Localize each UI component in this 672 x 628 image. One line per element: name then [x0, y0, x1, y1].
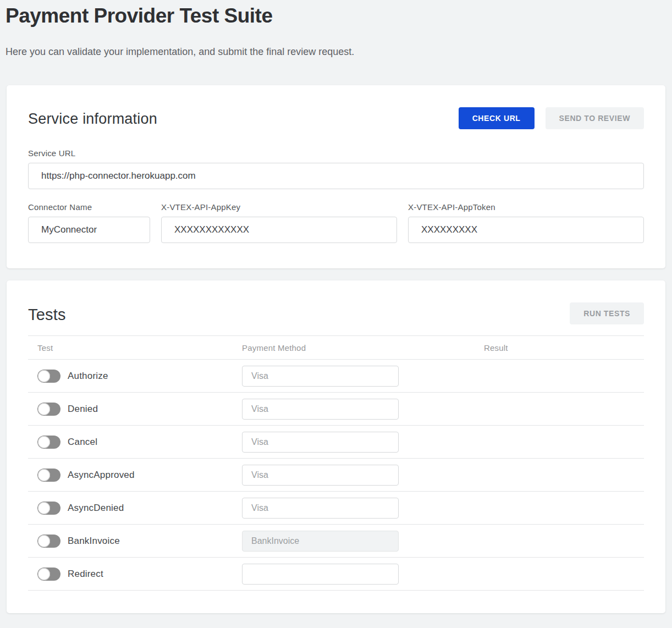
test-name-label: Denied — [68, 404, 98, 415]
test-cell: BankInvoice — [37, 535, 242, 548]
table-row: AsyncApproved — [28, 459, 644, 492]
app-key-input[interactable] — [161, 217, 397, 243]
service-buttons: CHECK URL SEND TO REVIEW — [459, 107, 644, 129]
test-name-label: Redirect — [68, 569, 103, 580]
tests-card: Tests RUN TESTS Test Payment Method Resu… — [7, 280, 665, 613]
payment-method-cell — [242, 432, 484, 453]
payment-method-cell — [242, 399, 484, 420]
payment-method-cell — [242, 564, 484, 585]
tests-table-header: Test Payment Method Result — [28, 335, 644, 360]
payment-method-cell — [242, 531, 484, 552]
service-information-heading: Service information — [28, 107, 157, 128]
page-subtitle: Here you can validate your implementatio… — [5, 46, 665, 58]
tests-table-body: Authorize Denied Cancel AsyncApproved — [28, 360, 644, 591]
credentials-row: Connector Name X-VTEX-API-AppKey X-VTEX-… — [28, 202, 644, 243]
payment-method-input[interactable] — [242, 531, 399, 552]
test-toggle[interactable] — [37, 469, 60, 482]
table-row: AsyncDenied — [28, 492, 644, 525]
connector-name-label: Connector Name — [28, 202, 150, 212]
app-key-field: X-VTEX-API-AppKey — [161, 202, 397, 243]
check-url-button[interactable]: CHECK URL — [459, 107, 535, 129]
service-url-label: Service URL — [28, 148, 644, 158]
app-token-label: X-VTEX-API-AppToken — [408, 202, 644, 212]
toggle-knob-icon — [38, 502, 50, 514]
test-toggle[interactable] — [37, 568, 60, 581]
column-header-result: Result — [484, 343, 644, 352]
table-row: Cancel — [28, 426, 644, 459]
test-cell: Cancel — [37, 436, 242, 449]
toggle-knob-icon — [38, 568, 50, 580]
payment-method-input[interactable] — [242, 432, 399, 453]
connector-name-field: Connector Name — [28, 202, 150, 243]
payment-method-input[interactable] — [242, 399, 399, 420]
service-information-card: Service information CHECK URL SEND TO RE… — [7, 85, 665, 268]
test-toggle[interactable] — [37, 403, 60, 416]
app-token-input[interactable] — [408, 217, 644, 243]
test-name-label: AsyncDenied — [68, 503, 124, 514]
app-key-label: X-VTEX-API-AppKey — [161, 202, 397, 212]
table-row: Authorize — [28, 360, 644, 393]
column-header-payment-method: Payment Method — [242, 343, 484, 352]
service-url-field: Service URL — [28, 148, 644, 189]
toggle-knob-icon — [38, 469, 50, 481]
test-name-label: Cancel — [68, 437, 97, 448]
toggle-knob-icon — [38, 403, 50, 415]
app-token-field: X-VTEX-API-AppToken — [408, 202, 644, 243]
payment-method-cell — [242, 498, 484, 519]
service-url-input[interactable] — [28, 163, 644, 189]
toggle-knob-icon — [38, 370, 50, 382]
page-title: Payment Provider Test Suite — [5, 4, 665, 27]
test-name-label: BankInvoice — [68, 536, 120, 547]
test-toggle[interactable] — [37, 535, 60, 548]
test-cell: Authorize — [37, 370, 242, 383]
table-row: BankInvoice — [28, 525, 644, 558]
column-header-test: Test — [37, 343, 242, 352]
connector-name-input[interactable] — [28, 217, 150, 243]
test-name-label: Authorize — [68, 371, 108, 382]
payment-method-cell — [242, 366, 484, 387]
payment-method-input[interactable] — [242, 564, 399, 585]
toggle-knob-icon — [38, 535, 50, 547]
test-toggle[interactable] — [37, 502, 60, 515]
test-cell: AsyncApproved — [37, 469, 242, 482]
table-row: Redirect — [28, 558, 644, 591]
payment-method-input[interactable] — [242, 465, 399, 486]
payment-method-input[interactable] — [242, 366, 399, 387]
service-card-header: Service information CHECK URL SEND TO RE… — [28, 107, 644, 129]
test-cell: Redirect — [37, 568, 242, 581]
send-to-review-button[interactable]: SEND TO REVIEW — [546, 107, 645, 129]
test-toggle[interactable] — [37, 436, 60, 449]
tests-table: Test Payment Method Result Authorize Den… — [28, 335, 644, 591]
payment-method-input[interactable] — [242, 498, 399, 519]
test-name-label: AsyncApproved — [68, 470, 135, 481]
test-cell: AsyncDenied — [37, 502, 242, 515]
toggle-knob-icon — [38, 436, 50, 448]
test-toggle[interactable] — [37, 370, 60, 383]
test-cell: Denied — [37, 403, 242, 416]
page: Payment Provider Test Suite Here you can… — [0, 0, 672, 613]
tests-card-header: Tests RUN TESTS — [28, 302, 644, 324]
payment-method-cell — [242, 465, 484, 486]
tests-heading: Tests — [28, 302, 66, 324]
table-row: Denied — [28, 393, 644, 426]
run-tests-button[interactable]: RUN TESTS — [570, 302, 644, 324]
